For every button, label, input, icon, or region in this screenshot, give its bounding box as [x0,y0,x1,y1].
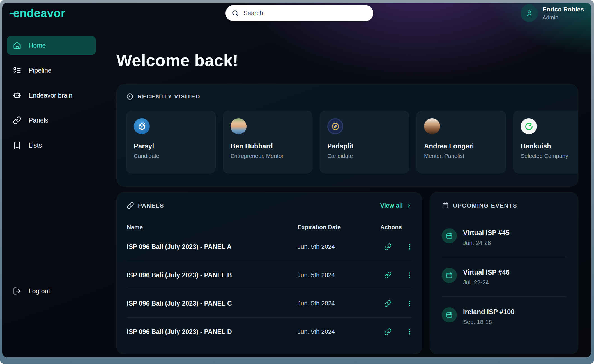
panel-name: ISP 096 Bali (July 2023) - PANEL A [127,243,298,251]
sidebar-item-pipeline[interactable]: Pipeline [7,61,96,80]
upcoming-events-title: UPCOMING EVENTS [453,202,517,209]
column-expiration: Expiration Date [298,224,380,231]
logout-label: Log out [29,287,50,295]
event-item-virtual-isp-45[interactable]: Virtual ISP #45 Jun. 24-26 [442,218,566,257]
kebab-icon[interactable] [406,328,413,335]
card-name: Padsplit [327,142,402,150]
sidebar-item-label: Lists [29,142,42,149]
link-icon[interactable] [384,271,392,279]
upcoming-events-section: UPCOMING EVENTS Virtual ISP #45 Jun. 24-… [430,192,578,354]
panels-table-header: Name Expiration Date Actions [127,224,412,231]
calendar-icon [442,202,449,209]
recent-card-bankuish[interactable]: Bankuish Selected Company [513,111,578,173]
event-item-ireland-isp-100[interactable]: Ireland ISP #100 Sep. 18-18 [442,296,566,336]
search-bar[interactable] [225,5,373,21]
event-title: Virtual ISP #45 [463,229,510,237]
panel-name: ISP 096 Bali (July 2023) - PANEL D [127,328,298,336]
package-icon [137,122,146,131]
user-menu[interactable]: Enrico Robles Admin [521,4,584,22]
logout-icon [13,287,21,295]
panels-section: PANELS View all Name Expiration Date Act… [116,192,422,354]
panels-title: PANELS [138,202,164,209]
kebab-icon[interactable] [406,300,413,307]
calendar-icon [446,272,453,279]
recent-card-andrea-longeri[interactable]: Andrea Longeri Mentor, Panelist [416,111,506,173]
clock-icon [126,93,133,100]
panels-header: PANELS [127,202,164,209]
sidebar-item-label: Pipeline [29,67,52,74]
card-role: Candidate [134,153,208,159]
card-name: Andrea Longeri [424,142,498,150]
panels-table-body: ISP 096 Bali (July 2023) - PANEL A Jun. … [127,233,412,346]
event-item-virtual-isp-46[interactable]: Virtual ISP #46 Jul. 22-24 [442,257,566,296]
user-avatar[interactable] [521,4,538,22]
sidebar-item-endeavor-brain[interactable]: Endeavor brain [7,86,96,105]
recent-card-padsplit[interactable]: Padsplit Candidate [320,111,409,173]
card-avatar [424,118,440,134]
card-avatar [134,118,150,134]
link-icon [13,116,21,125]
recent-card-ben-hubbard[interactable]: Ben Hubbard Entrepreneur, Mentor [223,111,312,173]
link-icon[interactable] [384,243,392,250]
event-dates: Jul. 22-24 [463,279,510,286]
sidebar-item-label: Panels [29,117,48,124]
kebab-icon[interactable] [406,243,413,250]
event-dates: Jun. 24-26 [463,239,510,246]
card-avatar [521,118,537,134]
panel-name: ISP 096 Bali (July 2023) - PANEL B [127,271,298,279]
event-list: Virtual ISP #45 Jun. 24-26 Virtual ISP #… [442,218,566,336]
sidebar: Home Pipeline Endeavor brain Panels List… [7,36,96,161]
upcoming-events-header: UPCOMING EVENTS [442,202,566,209]
user-name: Enrico Robles [542,5,584,14]
card-name: Bankuish [521,142,578,150]
card-avatar [231,118,247,134]
panel-expiration: Jun. 5th 2024 [298,300,380,307]
card-name: Parsyl [134,142,208,150]
card-role: Selected Company [521,153,578,159]
card-name: Ben Hubbard [231,142,305,150]
page-title: Welcome back! [116,51,238,70]
pipeline-icon [13,66,21,75]
panel-row-isp-096-bali-july-2023-panel-b[interactable]: ISP 096 Bali (July 2023) - PANEL B Jun. … [127,261,412,289]
recently-visited-title: RECENTLY VISITED [137,93,200,100]
panel-expiration: Jun. 5th 2024 [298,243,380,250]
search-icon [232,10,239,17]
padsplit-icon [331,122,340,131]
recent-card-parsyl[interactable]: Parsyl Candidate [126,111,216,173]
event-dates: Sep. 18-18 [463,319,515,325]
panel-row-isp-096-bali-july-2023-panel-c[interactable]: ISP 096 Bali (July 2023) - PANEL C Jun. … [127,289,412,317]
sidebar-item-home[interactable]: Home [7,36,96,55]
panel-name: ISP 096 Bali (July 2023) - PANEL C [127,300,298,307]
link-icon[interactable] [384,300,392,307]
calendar-icon [446,311,453,319]
recently-visited-section: RECENTLY VISITED Parsyl Candidate Ben Hu… [116,84,578,187]
column-actions: Actions [380,224,412,231]
link-icon [127,202,134,209]
chevron-right-icon [406,203,412,208]
column-name: Name [127,224,298,231]
person-icon [525,9,533,17]
user-role: Admin [542,14,584,21]
logout-button[interactable]: Log out [7,282,96,301]
link-icon[interactable] [384,328,392,335]
calendar-icon [446,232,453,239]
event-title: Virtual ISP #46 [463,268,510,276]
card-role: Mentor, Panelist [424,153,498,159]
home-icon [13,41,21,50]
robot-icon [13,91,21,100]
sidebar-item-lists[interactable]: Lists [7,136,96,155]
search-input[interactable] [243,9,367,17]
kebab-icon[interactable] [406,271,413,279]
panel-expiration: Jun. 5th 2024 [298,271,380,279]
sidebar-item-label: Home [29,42,46,49]
panel-row-isp-096-bali-july-2023-panel-d[interactable]: ISP 096 Bali (July 2023) - PANEL D Jun. … [127,317,412,346]
endeavor-logo[interactable]: endeavor [10,7,65,20]
sidebar-item-panels[interactable]: Panels [7,111,96,130]
card-role: Candidate [327,153,402,159]
event-title: Ireland ISP #100 [463,308,515,316]
card-role: Entrepreneur, Mentor [231,153,305,159]
sidebar-item-label: Endeavor brain [29,92,72,99]
panel-row-isp-096-bali-july-2023-panel-a[interactable]: ISP 096 Bali (July 2023) - PANEL A Jun. … [127,233,412,261]
view-all-link[interactable]: View all [380,202,412,209]
recently-visited-cards: Parsyl Candidate Ben Hubbard Entrepreneu… [126,111,568,173]
